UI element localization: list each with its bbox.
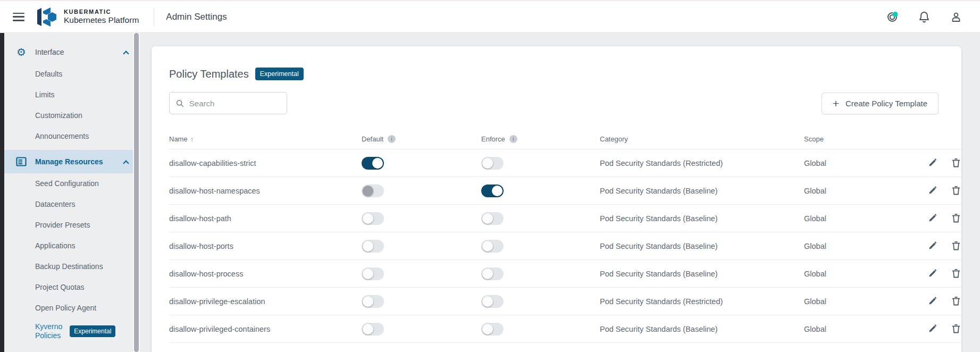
policy-name: disallow-host-namespaces xyxy=(169,187,362,195)
sidebar-item-label: KyvernoPolicies xyxy=(35,322,62,340)
sidebar-item-label: Limits xyxy=(35,90,55,99)
enforce-toggle[interactable] xyxy=(481,295,504,308)
sidebar-item-limits[interactable]: Limits xyxy=(4,85,140,105)
sidebar-group-interface-wrap: ⚙ Interface DefaultsLimitsCustomizationA… xyxy=(4,40,140,147)
policy-scope: Global xyxy=(804,214,928,223)
sidebar-item-label: Datacenters xyxy=(35,200,75,209)
sidebar-group-interface[interactable]: ⚙ Interface xyxy=(4,40,140,64)
policy-category: Pod Security Standards (Baseline) xyxy=(600,214,804,223)
table-row: disallow-host-portsPod Security Standard… xyxy=(169,232,961,260)
chevron-up-icon xyxy=(123,51,129,56)
sidebar-group-manage-resources-wrap: Manage Resources Seed ConfigurationDatac… xyxy=(4,150,140,344)
table-row: disallow-host-namespacesPod Security Sta… xyxy=(169,177,961,205)
admin-sidebar: ⚙ Interface DefaultsLimitsCustomizationA… xyxy=(4,33,140,352)
enforce-toggle[interactable] xyxy=(481,323,504,336)
list-icon xyxy=(15,156,28,167)
edit-pencil-icon[interactable] xyxy=(928,213,937,223)
changelog-icon[interactable] xyxy=(885,10,899,24)
sidebar-item-label: Backup Destinations xyxy=(35,262,103,271)
column-header-default: Default i xyxy=(362,135,481,143)
sidebar-item-announcements[interactable]: Announcements xyxy=(4,126,140,147)
policy-category: Pod Security Standards (Restricted) xyxy=(600,159,804,167)
default-toggle[interactable] xyxy=(362,157,384,170)
sidebar-item-label: Defaults xyxy=(35,70,62,79)
policy-scope: Global xyxy=(804,270,928,278)
search-input[interactable] xyxy=(189,99,280,108)
sidebar-scrollbar-track[interactable] xyxy=(133,33,140,352)
table-row: disallow-capabilities-strictPod Security… xyxy=(169,149,961,177)
edit-pencil-icon[interactable] xyxy=(928,269,937,279)
gear-icon: ⚙ xyxy=(15,47,28,57)
table-row: disallow-host-processPod Security Standa… xyxy=(169,260,961,288)
default-toggle[interactable] xyxy=(362,295,384,308)
info-icon[interactable]: i xyxy=(509,135,517,143)
info-icon[interactable]: i xyxy=(388,135,396,143)
sidebar-item-project-quotas[interactable]: Project Quotas xyxy=(4,277,140,298)
sidebar-scrollbar-thumb[interactable] xyxy=(134,33,139,352)
create-policy-template-button[interactable]: + Create Policy Template xyxy=(822,93,939,114)
policy-name: disallow-host-path xyxy=(169,214,362,223)
edit-pencil-icon[interactable] xyxy=(928,296,937,306)
table-header-row: Name ↑ Default i Enforce i Category xyxy=(169,129,961,149)
sidebar-item-customization[interactable]: Customization xyxy=(4,105,140,126)
table-row: disallow-host-pathPod Security Standards… xyxy=(169,205,961,232)
delete-trash-icon[interactable] xyxy=(951,324,961,334)
edit-pencil-icon[interactable] xyxy=(928,158,937,168)
column-header-enforce: Enforce i xyxy=(481,135,600,143)
sidebar-item-label: Project Quotas xyxy=(35,283,85,292)
sidebar-item-kyverno-policies[interactable]: KyvernoPoliciesExperimental xyxy=(4,319,140,344)
enforce-toggle[interactable] xyxy=(481,157,504,170)
hamburger-menu-icon[interactable] xyxy=(13,13,24,21)
sidebar-item-provider-presets[interactable]: Provider Presets xyxy=(4,215,140,236)
sidebar-item-seed-configuration[interactable]: Seed Configuration xyxy=(4,173,140,194)
default-toggle[interactable] xyxy=(362,212,384,225)
policy-name: disallow-privileged-containers xyxy=(169,325,362,333)
default-toggle[interactable] xyxy=(362,323,384,336)
sidebar-group-manage-resources[interactable]: Manage Resources xyxy=(4,150,140,173)
delete-trash-icon[interactable] xyxy=(951,241,961,251)
experimental-badge: Experimental xyxy=(70,325,115,337)
policy-name: disallow-host-process xyxy=(169,270,362,278)
left-edge-strip xyxy=(0,33,4,352)
app-header: KUBERMATIC Kubernetes Platform Admin Set… xyxy=(0,1,980,33)
policy-templates-card: Policy Templates Experimental + Create P… xyxy=(152,46,961,352)
policy-category: Pod Security Standards (Restricted) xyxy=(600,297,804,306)
policy-scope: Global xyxy=(804,297,928,306)
sidebar-item-defaults[interactable]: Defaults xyxy=(4,64,140,85)
default-toggle[interactable] xyxy=(362,240,384,253)
sidebar-item-applications[interactable]: Applications xyxy=(4,236,140,256)
delete-trash-icon[interactable] xyxy=(951,186,961,196)
delete-trash-icon[interactable] xyxy=(951,296,961,306)
sidebar-group-label: Interface xyxy=(35,48,64,56)
sidebar-item-label: Seed Configuration xyxy=(35,179,99,188)
search-box[interactable] xyxy=(169,92,287,114)
brand-name: KUBERMATIC xyxy=(64,9,139,15)
policy-category: Pod Security Standards (Baseline) xyxy=(600,187,804,195)
sidebar-item-datacenters[interactable]: Datacenters xyxy=(4,194,140,215)
policy-scope: Global xyxy=(804,187,928,195)
default-toggle[interactable] xyxy=(362,267,384,280)
sidebar-item-open-policy-agent[interactable]: Open Policy Agent xyxy=(4,298,140,319)
enforce-toggle[interactable] xyxy=(481,240,504,253)
policy-scope: Global xyxy=(804,242,928,250)
edit-pencil-icon[interactable] xyxy=(928,241,937,251)
enforce-toggle[interactable] xyxy=(481,212,504,225)
sidebar-item-backup-destinations[interactable]: Backup Destinations xyxy=(4,256,140,277)
edit-pencil-icon[interactable] xyxy=(928,186,937,196)
experimental-badge: Experimental xyxy=(255,68,304,80)
table-row: disallow-privilege-escalationPod Securit… xyxy=(169,288,961,315)
column-header-name[interactable]: Name ↑ xyxy=(169,135,362,143)
delete-trash-icon[interactable] xyxy=(951,269,961,279)
user-account-icon[interactable] xyxy=(949,10,963,24)
sidebar-item-label: Applications xyxy=(35,241,76,250)
policy-category: Pod Security Standards (Baseline) xyxy=(600,270,804,278)
delete-trash-icon[interactable] xyxy=(951,213,961,223)
enforce-toggle[interactable] xyxy=(481,185,504,197)
default-toggle[interactable] xyxy=(362,185,384,197)
edit-pencil-icon[interactable] xyxy=(928,324,937,334)
notifications-bell-icon[interactable] xyxy=(917,10,931,24)
policy-category: Pod Security Standards (Baseline) xyxy=(600,325,804,333)
delete-trash-icon[interactable] xyxy=(951,158,961,168)
enforce-toggle[interactable] xyxy=(481,267,504,280)
card-title: Policy Templates xyxy=(169,68,249,80)
